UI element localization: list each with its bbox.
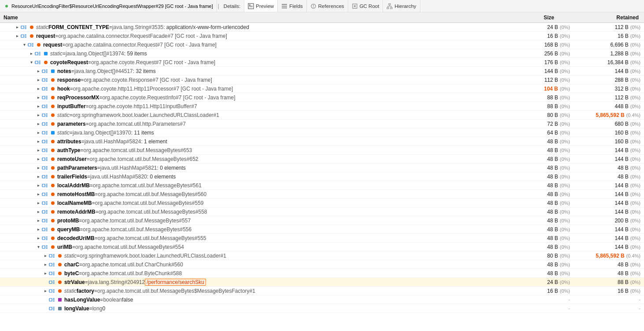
- tree-row[interactable]: request = org.apache.catalina.connector.…: [0, 32, 644, 40]
- tab-gcroot[interactable]: GC Root: [348, 0, 383, 12]
- field-icon: [34, 59, 41, 66]
- expander[interactable]: [42, 253, 48, 259]
- object-icon: [51, 78, 55, 82]
- expander[interactable]: [21, 42, 27, 48]
- tree-row[interactable]: inputBuffer = org.apache.coyote.http11.H…: [0, 102, 644, 111]
- expander[interactable]: [35, 165, 41, 171]
- tree-row[interactable]: localNameMB = org.apache.tomcat.util.buf…: [0, 199, 644, 207]
- tree-row[interactable]: notes = java.lang.Object[]#44517 : 32 it…: [0, 67, 644, 76]
- field-ref: org.apache.catalina.connector.Request#7 …: [65, 42, 217, 48]
- tab-gcroot-label: GC Root: [360, 4, 379, 9]
- row-retained: 312 B(0%): [574, 86, 644, 92]
- field-ref: java.lang.String#204912: [88, 279, 145, 285]
- size-value: 48 B: [547, 147, 558, 153]
- tree-row[interactable]: static factory = org.apache.tomcat.util.…: [0, 287, 644, 295]
- expander[interactable]: [35, 191, 41, 197]
- size-pct: (0%): [560, 280, 570, 285]
- field-eq: =: [70, 86, 73, 92]
- expander[interactable]: [42, 288, 48, 294]
- tree-row[interactable]: queryMB = org.apache.tomcat.util.buf.Mes…: [0, 225, 644, 234]
- tree-row[interactable]: static = java.lang.Object[]#13970 : 11 i…: [0, 128, 644, 137]
- field-ref: java.lang.String#3535: [112, 24, 163, 30]
- expander[interactable]: [35, 95, 41, 101]
- expander[interactable]: [35, 218, 41, 224]
- expander[interactable]: [35, 182, 41, 189]
- tree-row[interactable]: attributes = java.util.HashMap#5824 : 1 …: [0, 137, 644, 146]
- expander[interactable]: [35, 121, 41, 127]
- expander[interactable]: [35, 138, 41, 145]
- main-tab[interactable]: ResourceUrlEncodingFilter$ResourceUrlEnc…: [2, 0, 217, 12]
- tree-row[interactable]: static = java.lang.Object[]#13974 : 59 i…: [0, 49, 644, 58]
- expander[interactable]: [35, 235, 41, 241]
- size-value: 48 B: [547, 174, 558, 180]
- tree-row[interactable]: response = org.apache.coyote.Response#7 …: [0, 76, 644, 84]
- tree-row[interactable]: hook = org.apache.coyote.http11.Http11Pr…: [0, 84, 644, 93]
- expander[interactable]: [35, 86, 41, 92]
- field-icon: [48, 279, 55, 286]
- tree-row[interactable]: protoMB = org.apache.tomcat.util.buf.Mes…: [0, 216, 644, 225]
- expander[interactable]: [35, 77, 41, 83]
- tab-fields[interactable]: Fields: [278, 0, 307, 12]
- tree-row[interactable]: remoteHostMB = org.apache.tomcat.util.bu…: [0, 190, 644, 199]
- expander[interactable]: [14, 24, 20, 30]
- tab-preview[interactable]: Preview: [244, 0, 278, 12]
- retained-value: 144 B: [615, 200, 628, 206]
- tree-row[interactable]: localAddrMB = org.apache.tomcat.util.buf…: [0, 181, 644, 190]
- tree-row[interactable]: parameters = org.apache.tomcat.util.http…: [0, 120, 644, 128]
- tree-row[interactable]: authType = org.apache.tomcat.util.buf.Me…: [0, 146, 644, 155]
- expander[interactable]: [35, 200, 41, 206]
- expander[interactable]: [35, 68, 41, 74]
- tree-row[interactable]: longValue = long 0 - -: [0, 304, 644, 313]
- tree-row[interactable]: strValue = java.lang.String#204912/perfo…: [0, 278, 644, 287]
- expander[interactable]: [14, 33, 20, 39]
- tree-row[interactable]: coyoteRequest = org.apache.coyote.Reques…: [0, 58, 644, 67]
- col-size-header: Size: [519, 15, 572, 21]
- expander[interactable]: [35, 244, 41, 250]
- expander[interactable]: [35, 130, 41, 136]
- expander[interactable]: [35, 226, 41, 233]
- tree-row[interactable]: remoteUser = org.apache.tomcat.util.buf.…: [0, 155, 644, 164]
- row-retained: 144 B(0%): [574, 68, 644, 74]
- expander[interactable]: [42, 262, 48, 268]
- object-icon: [58, 289, 62, 293]
- tree-row[interactable]: byteC = org.apache.tomcat.util.buf.ByteC…: [0, 269, 644, 278]
- expander[interactable]: [35, 103, 41, 109]
- tree-row[interactable]: pathParameters = java.util.HashMap#5821 …: [0, 164, 644, 172]
- tree-row[interactable]: uriMB = org.apache.tomcat.util.buf.Messa…: [0, 243, 644, 251]
- field-icon: [20, 33, 27, 40]
- expander[interactable]: [35, 156, 41, 162]
- row-retained: 6,696 B(0%): [574, 42, 644, 48]
- field-icon: [41, 182, 48, 189]
- retained-value: 112 B: [615, 24, 628, 30]
- tree-row[interactable]: trailerFields = java.util.HashMap#5820 :…: [0, 172, 644, 181]
- tree-row[interactable]: static = org.springframework.boot.loader…: [0, 251, 644, 260]
- expander[interactable]: [35, 147, 41, 153]
- tree-row[interactable]: remoteAddrMB = org.apache.tomcat.util.bu…: [0, 207, 644, 216]
- tree-container[interactable]: static FORM_CONTENT_TYPE = java.lang.Str…: [0, 23, 644, 329]
- expander[interactable]: [28, 51, 34, 57]
- tree-row[interactable]: static FORM_CONTENT_TYPE = java.lang.Str…: [0, 23, 644, 32]
- expander[interactable]: [42, 270, 48, 276]
- svg-rect-148: [49, 307, 52, 310]
- field-name: uriMB: [57, 244, 72, 250]
- object-icon: [51, 245, 55, 249]
- expander[interactable]: [35, 112, 41, 118]
- size-pct: (0%): [560, 192, 570, 197]
- tree-row[interactable]: decodedUriMB = org.apache.tomcat.util.bu…: [0, 234, 644, 243]
- size-pct: (0%): [560, 51, 570, 56]
- size-value: 16 B: [547, 33, 558, 39]
- tree-row[interactable]: static = org.springframework.boot.loader…: [0, 111, 644, 120]
- tree-row[interactable]: reqProcessorMX = org.apache.coyote.Reque…: [0, 93, 644, 102]
- tree-row[interactable]: request = org.apache.catalina.connector.…: [0, 40, 644, 49]
- obj-type-icon: [49, 208, 56, 215]
- size-value: 48 B: [547, 182, 558, 189]
- retained-value: 88 B: [618, 279, 629, 285]
- expander[interactable]: [35, 174, 41, 180]
- tree-row[interactable]: hasLongValue = boolean false - -: [0, 295, 644, 304]
- expander[interactable]: [35, 209, 41, 215]
- tab-hierarchy[interactable]: Hierarchy: [383, 0, 420, 12]
- tab-references[interactable]: References: [307, 0, 348, 12]
- expander[interactable]: [28, 59, 34, 65]
- tree-row[interactable]: charC = org.apache.tomcat.util.buf.CharC…: [0, 260, 644, 269]
- size-pct: (0%): [560, 139, 570, 144]
